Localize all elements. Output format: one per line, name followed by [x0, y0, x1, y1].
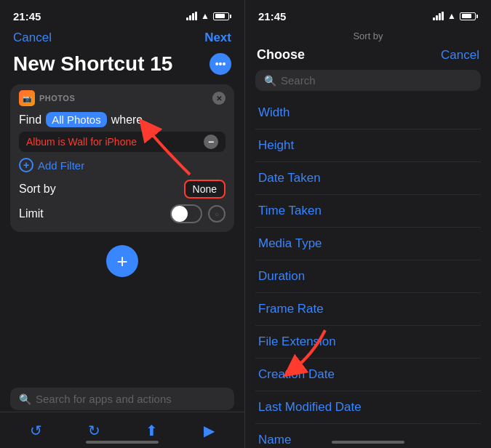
more-button[interactable]: •••	[209, 53, 231, 75]
redo-icon[interactable]: ↻	[88, 422, 100, 439]
search-placeholder: Search for apps and actions	[36, 393, 172, 405]
status-bar-right: 21:45 ▲	[245, 0, 491, 28]
list-item[interactable]: Last Modified Date	[255, 391, 481, 424]
list-item[interactable]: Media Type	[255, 228, 481, 260]
red-arrow-random	[267, 323, 340, 384]
play-icon[interactable]: ▶	[204, 422, 215, 439]
status-time-right: 21:45	[258, 10, 286, 23]
add-action-button[interactable]: +	[106, 245, 138, 277]
add-filter-label[interactable]: Add Filter	[38, 159, 84, 172]
card-header: 📷 PHOTOS ✕	[10, 84, 234, 109]
card-close-button[interactable]: ✕	[212, 92, 225, 105]
photos-app-icon: 📷	[19, 90, 35, 106]
sort-search-placeholder: Search	[281, 74, 316, 87]
list-item[interactable]: Name	[255, 424, 481, 448]
sort-item-label: Frame Rate	[258, 302, 324, 316]
limit-toggle[interactable]: ○	[170, 204, 225, 223]
right-phone: 21:45 ▲ Sort by Choose Cancel 🔍 Search	[245, 0, 491, 448]
wifi-icon: ▲	[201, 11, 209, 21]
filter-text: Album is Wall for iPhone	[26, 136, 137, 148]
list-item[interactable]: Date Taken	[255, 162, 481, 195]
sort-items-list: Width Height Date Taken Time Taken Media…	[245, 97, 491, 448]
sort-search-bar[interactable]: 🔍 Search	[255, 70, 481, 91]
toggle-circle: ○	[208, 205, 225, 223]
battery-icon	[213, 12, 231, 20]
find-label: Find	[19, 113, 41, 127]
list-item[interactable]: Frame Rate	[255, 293, 481, 326]
sort-item-label: Duration	[258, 269, 305, 283]
wifi-icon-right: ▲	[447, 11, 456, 21]
title-row: New Shortcut 15 •••	[0, 51, 244, 84]
add-filter-icon[interactable]: +	[19, 158, 33, 172]
limit-row: Limit ○	[10, 201, 234, 226]
status-icons-right: ▲	[433, 11, 478, 21]
home-indicator-right	[332, 441, 404, 444]
sort-item-label: Height	[258, 138, 294, 152]
red-arrow-none	[139, 116, 204, 185]
limit-label: Limit	[19, 207, 44, 220]
signal-icon	[186, 12, 197, 20]
sort-title-row: Choose Cancel	[245, 43, 491, 70]
home-indicator	[86, 441, 159, 444]
card-header-left: 📷 PHOTOS	[19, 90, 75, 106]
status-time-left: 21:45	[13, 10, 41, 23]
sort-item-label: Media Type	[258, 236, 322, 250]
list-item[interactable]: Height	[255, 129, 481, 162]
all-photos-pill[interactable]: All Photos	[46, 112, 107, 127]
share-icon[interactable]: ⬆	[145, 422, 158, 439]
next-button[interactable]: Next	[204, 31, 231, 45]
shortcut-title: New Shortcut 15	[13, 52, 172, 76]
sort-search-icon: 🔍	[264, 75, 276, 87]
signal-icon-right	[433, 12, 444, 20]
sort-by-label: Sort by	[19, 183, 56, 196]
left-phone: 21:45 ▲ Cancel Next New Shortcut 15 •••	[0, 0, 245, 448]
toggle-thumb	[172, 206, 188, 222]
sort-item-label: Time Taken	[258, 204, 322, 217]
list-item[interactable]: Time Taken	[255, 195, 481, 228]
filter-remove-button[interactable]: −	[204, 135, 218, 149]
sort-item-label: Name	[258, 433, 291, 447]
list-item[interactable]: Width	[255, 97, 481, 129]
cancel-button[interactable]: Cancel	[13, 31, 52, 45]
list-item[interactable]: Duration	[255, 260, 481, 293]
card-app-label: PHOTOS	[39, 94, 75, 103]
toggle-track[interactable]	[170, 204, 202, 223]
sort-by-header: Sort by	[245, 28, 491, 43]
sort-item-label: Width	[258, 105, 290, 119]
status-icons-left: ▲	[186, 11, 231, 21]
undo-icon[interactable]: ↺	[30, 422, 42, 439]
search-bar[interactable]: 🔍 Search for apps and actions	[10, 388, 234, 410]
nav-bar-left: Cancel Next	[0, 28, 244, 51]
sort-cancel-button[interactable]: Cancel	[441, 48, 479, 63]
search-bar-container: 🔍 Search for apps and actions	[10, 388, 234, 410]
battery-icon-right	[460, 12, 478, 20]
sort-item-label: Date Taken	[258, 171, 321, 185]
where-label: where	[111, 113, 143, 127]
status-bar-left: 21:45 ▲	[0, 0, 244, 28]
search-icon: 🔍	[19, 393, 31, 405]
choose-label: Choose	[257, 47, 305, 63]
sort-item-label: Last Modified Date	[258, 400, 362, 414]
